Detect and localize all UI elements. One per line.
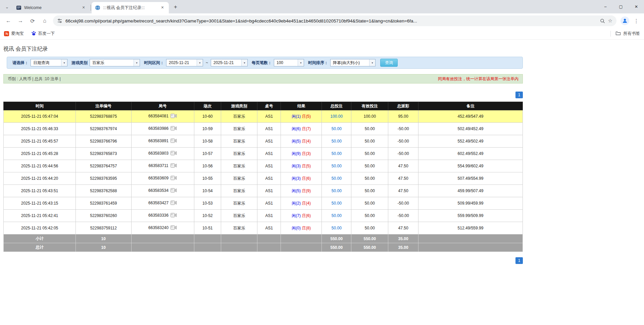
chevron-down-icon: ▼ [134, 59, 140, 66]
header-payout: 总派彩 [388, 102, 418, 110]
total-bet-link[interactable]: 50.00 [332, 188, 342, 193]
result-player: 闲(3) [292, 176, 301, 181]
cell-session: 10-56 [194, 160, 221, 172]
new-tab-button[interactable]: + [171, 2, 180, 12]
total-bet-link[interactable]: 50.00 [332, 201, 342, 206]
result-player: 闲(5) [292, 139, 301, 144]
url-bar[interactable]: 66cxkj98.com/ipl/portal.php/game/betreco… [53, 15, 616, 26]
cell-table-no: AS1 [257, 160, 281, 172]
minimize-button[interactable]: – [598, 0, 613, 13]
result-banker: 庄(3) [302, 151, 311, 156]
video-replay-icon[interactable] [170, 139, 177, 144]
cell-valid-bet: 100.00 [351, 110, 388, 123]
header-total-bet: 总投注 [322, 102, 351, 110]
navigation-bar: ← → ⟳ ⌂ 66cxkj98.com/ipl/portal.php/game… [0, 13, 644, 28]
total-total-bet: 550.00 [322, 243, 351, 252]
time-sort-select[interactable]: 降幂(由大到小) ▼ [330, 59, 376, 66]
cell-result: 闲(3) 庄(5) [281, 160, 322, 172]
cell-time: 2025-11-21 05:45:57 [4, 135, 76, 148]
summary-bar: 币别 : 人民币 | 总共 :10 注单 | 同局有效投注，统一计算在该局第一张… [3, 74, 523, 84]
cell-game-type: 百家乐 [221, 197, 257, 210]
bookmark-star-icon[interactable]: ☆ [608, 18, 612, 24]
home-icon[interactable]: ⌂ [39, 15, 50, 26]
cell-time: 2025-11-21 05:47:04 [4, 110, 76, 123]
game-type-select[interactable]: 百家乐 ▼ [90, 59, 140, 66]
result-player: 闲(3) [292, 164, 301, 168]
cell-session: 10-55 [194, 172, 221, 185]
tab-divider [91, 5, 91, 11]
total-bet-link[interactable]: 100.00 [330, 114, 343, 119]
chevron-down-icon: ▼ [241, 59, 247, 66]
forward-icon[interactable]: → [15, 15, 26, 26]
tab-title: Welcome [24, 5, 81, 10]
video-replay-icon[interactable] [170, 201, 177, 206]
table-footer: 小计 10 550.00 550.00 35.00 总计 10 550.00 5… [4, 234, 523, 252]
page-number-button[interactable]: 1 [515, 257, 523, 264]
cell-total-bet: 100.00 [322, 110, 351, 123]
cell-table-no: AS1 [257, 210, 281, 222]
cell-payout: 47.50 [388, 172, 418, 185]
per-page-select[interactable]: 100 ▼ [274, 59, 304, 66]
table-row: 2025-11-21 05:45:57522983766796663583891… [4, 135, 523, 148]
total-bet-link[interactable]: 50.00 [332, 176, 342, 181]
header-table-no: 桌号 [257, 102, 281, 110]
cell-time: 2025-11-21 05:44:20 [4, 172, 76, 185]
cell-payout: 95.00 [388, 110, 418, 123]
result-banker: 庄(4) [302, 139, 311, 144]
video-replay-icon[interactable] [170, 126, 177, 131]
page-number-button[interactable]: 1 [515, 92, 523, 98]
table-row: 2025-11-21 05:43:15522983761459663583427… [4, 197, 523, 210]
summary-note: 同局有效投注，统一计算在该局第一张注单内 [438, 76, 518, 82]
browser-menu-icon[interactable]: ⋮ [631, 16, 641, 26]
url-text[interactable]: 66cxkj98.com/ipl/portal.php/game/betreco… [65, 18, 597, 23]
tab-close-icon[interactable]: × [159, 5, 165, 11]
total-bet-link[interactable]: 50.00 [332, 151, 342, 156]
cell-table-no: AS1 [257, 148, 281, 160]
cell-valid-bet: 50.00 [351, 210, 388, 222]
total-label: 总计 [4, 243, 76, 252]
bookmark-taobao[interactable]: 淘 爱淘宝 [4, 31, 24, 37]
video-replay-icon[interactable] [170, 114, 177, 119]
query-type-select[interactable]: 日期查询 ▼ [31, 59, 67, 66]
tab-search-chevron-icon[interactable]: ⌄ [3, 2, 11, 11]
video-replay-icon[interactable] [170, 176, 177, 181]
result-player: 闲(7) [292, 213, 301, 218]
back-icon[interactable]: ← [3, 15, 14, 26]
maximize-button[interactable]: ▢ [613, 0, 629, 13]
cell-time: 2025-11-21 05:42:41 [4, 210, 76, 222]
total-bet-link[interactable]: 50.00 [332, 139, 342, 144]
profile-avatar[interactable] [621, 16, 629, 25]
cell-game-type: 百家乐 [221, 148, 257, 160]
tab-close-icon[interactable]: × [81, 5, 87, 11]
total-bet-link[interactable]: 50.00 [332, 126, 342, 131]
cell-result: 闲(0) 庄(8) [281, 222, 322, 234]
all-bookmarks[interactable]: 所有书签 [610, 31, 640, 37]
video-replay-icon[interactable] [170, 163, 177, 169]
cell-valid-bet: 50.00 [351, 222, 388, 234]
tab-welcome[interactable]: Welcome × [13, 2, 90, 13]
zoom-icon[interactable] [600, 18, 605, 23]
tab-bet-records[interactable]: :::视讯 会员下注纪录::: × [92, 2, 169, 13]
date-from-select[interactable]: 2025-11-21 ▼ [166, 59, 203, 66]
cell-payout: 47.50 [388, 222, 418, 234]
video-replay-icon[interactable] [170, 188, 177, 194]
result-banker: 庄(4) [302, 201, 311, 206]
video-replay-icon[interactable] [170, 213, 177, 218]
date-to-select[interactable]: 2025-11-21 ▼ [211, 59, 248, 66]
total-bet-link[interactable]: 50.00 [332, 213, 342, 218]
close-window-button[interactable]: ✕ [629, 0, 644, 13]
site-settings-icon[interactable] [57, 18, 62, 23]
video-replay-icon[interactable] [170, 151, 177, 156]
video-replay-icon[interactable] [170, 225, 177, 231]
time-sort-label: 时间排序： [308, 60, 328, 66]
cell-result: 闲(7) 庄(6) [281, 210, 322, 222]
reload-icon[interactable]: ⟳ [27, 15, 38, 26]
total-bet-link[interactable]: 50.00 [332, 226, 342, 230]
select-type-label: 请选择： [12, 60, 29, 66]
result-player: 闲(2) [292, 201, 301, 206]
bookmark-baidu[interactable]: 百度一下 [31, 31, 55, 37]
cell-time: 2025-11-21 05:43:15 [4, 197, 76, 210]
search-button[interactable]: 查询 [380, 59, 398, 67]
bet-records-table: 时间 注单编号 局号 场次 游戏类别 桌号 结果 总投注 有效投注 总派彩 备注… [3, 102, 523, 252]
total-bet-link[interactable]: 50.00 [332, 164, 342, 168]
